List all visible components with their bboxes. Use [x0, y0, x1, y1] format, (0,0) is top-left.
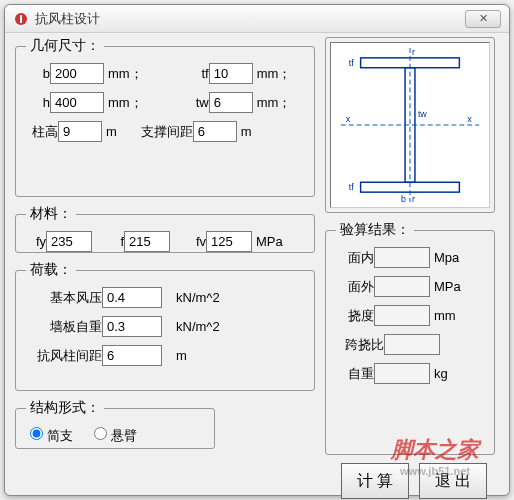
svg-text:r: r — [412, 47, 415, 57]
radio-simply[interactable]: 简支 — [30, 428, 73, 443]
spacing-label: 支撑间距 — [131, 123, 193, 141]
material-legend: 材料： — [26, 205, 76, 223]
h-input[interactable] — [50, 92, 104, 113]
tf-input[interactable] — [209, 63, 253, 84]
svg-text:b: b — [401, 194, 406, 204]
tw-label: tw — [163, 95, 209, 110]
wind-label: 基本风压 — [26, 289, 102, 307]
dist-unit: m — [176, 348, 187, 363]
tw-unit: mm； — [257, 94, 292, 112]
svg-text:r: r — [412, 194, 415, 204]
b-input[interactable] — [50, 63, 104, 84]
out-unit: MPa — [434, 279, 461, 294]
tf-unit: mm； — [257, 65, 292, 83]
close-button[interactable]: ✕ — [465, 10, 501, 28]
ratio-output — [384, 334, 440, 355]
svg-text:x: x — [467, 114, 472, 124]
colh-label: 柱高 — [26, 123, 58, 141]
colh-input[interactable] — [58, 121, 102, 142]
i-beam-icon: r r x x tw tf tf b — [330, 42, 490, 208]
radio-cantilever[interactable]: 悬臂 — [94, 428, 137, 443]
section-diagram: r r x x tw tf tf b — [325, 37, 495, 213]
geometry-group: 几何尺寸： b mm； tf mm； h mm； tw mm； 柱高 m — [15, 37, 315, 197]
window-title: 抗风柱设计 — [35, 10, 465, 28]
dialog-window: 抗风柱设计 ✕ 几何尺寸： b mm； tf mm； h mm； tw mm； — [4, 4, 510, 496]
titlebar[interactable]: 抗风柱设计 ✕ — [5, 5, 509, 33]
svg-text:x: x — [346, 114, 351, 124]
b-unit: mm； — [108, 65, 143, 83]
wall-unit: kN/m^2 — [176, 319, 220, 334]
weight-label: 自重 — [336, 365, 374, 383]
fy-input[interactable] — [46, 231, 92, 252]
spacing-input[interactable] — [193, 121, 237, 142]
f-input[interactable] — [124, 231, 170, 252]
load-group: 荷载： 基本风压 kN/m^2 墙板自重 kN/m^2 抗风柱间距 m — [15, 261, 315, 391]
defl-output — [374, 305, 430, 326]
weight-output — [374, 363, 430, 384]
wind-unit: kN/m^2 — [176, 290, 220, 305]
in-output — [374, 247, 430, 268]
ratio-label: 跨挠比 — [336, 336, 384, 354]
radio-cantilever-input[interactable] — [94, 427, 107, 440]
defl-label: 挠度 — [336, 307, 374, 325]
material-unit: MPa — [256, 234, 283, 249]
client-area: 几何尺寸： b mm； tf mm； h mm； tw mm； 柱高 m — [5, 33, 509, 495]
app-icon — [13, 11, 29, 27]
structure-legend: 结构形式： — [26, 399, 104, 417]
wall-input[interactable] — [102, 316, 162, 337]
wind-input[interactable] — [102, 287, 162, 308]
defl-unit: mm — [434, 308, 456, 323]
dist-input[interactable] — [102, 345, 162, 366]
svg-rect-1 — [20, 15, 22, 23]
exit-button[interactable]: 退 出 — [419, 463, 487, 499]
colh-unit: m — [106, 124, 117, 139]
weight-unit: kg — [434, 366, 448, 381]
radio-simply-input[interactable] — [30, 427, 43, 440]
tf-label: tf — [163, 66, 209, 81]
load-legend: 荷载： — [26, 261, 76, 279]
wall-label: 墙板自重 — [26, 318, 102, 336]
f-label: f — [100, 234, 124, 249]
in-unit: Mpa — [434, 250, 459, 265]
svg-text:tf: tf — [349, 182, 354, 192]
out-output — [374, 276, 430, 297]
fy-label: fy — [26, 234, 46, 249]
fv-label: fv — [178, 234, 206, 249]
fv-input[interactable] — [206, 231, 252, 252]
structure-group: 结构形式： 简支 悬臂 — [15, 399, 215, 449]
spacing-unit: m — [241, 124, 252, 139]
svg-text:tf: tf — [349, 58, 354, 68]
calculate-button[interactable]: 计 算 — [341, 463, 409, 499]
out-label: 面外 — [336, 278, 374, 296]
geometry-legend: 几何尺寸： — [26, 37, 104, 55]
dist-label: 抗风柱间距 — [26, 347, 102, 365]
material-group: 材料： fy f fv MPa — [15, 205, 315, 253]
h-label: h — [26, 95, 50, 110]
svg-text:tw: tw — [418, 109, 427, 119]
h-unit: mm； — [108, 94, 143, 112]
result-legend: 验算结果： — [336, 221, 414, 239]
result-group: 验算结果： 面内 Mpa 面外 MPa 挠度 mm 跨挠比 自重 — [325, 221, 495, 455]
b-label: b — [26, 66, 50, 81]
tw-input[interactable] — [209, 92, 253, 113]
in-label: 面内 — [336, 249, 374, 267]
